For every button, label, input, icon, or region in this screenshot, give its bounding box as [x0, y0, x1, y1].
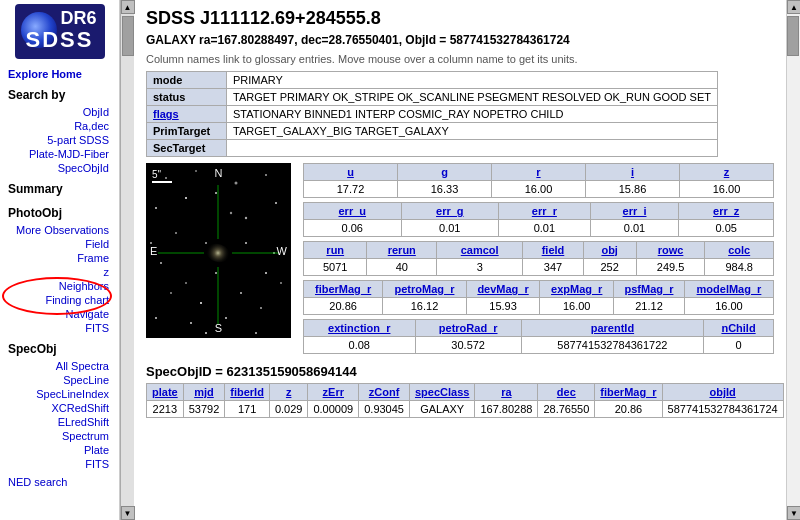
sidebar-link-plate[interactable]: Plate — [0, 443, 119, 457]
sidebar-neighbors-container: Neighbors Finding chart — [0, 279, 119, 307]
sidebar-specobj-section: SpecObj All Spectra SpecLine SpecLineInd… — [0, 337, 119, 473]
sidebar-link-fits-spec[interactable]: FITS — [0, 457, 119, 471]
run-col-rowc[interactable]: rowc — [636, 242, 705, 259]
sidebar-link-elredshift[interactable]: ELredShift — [0, 415, 119, 429]
sidebar-scrollbar[interactable]: ▲ ▼ — [120, 0, 134, 520]
spec-col-objid[interactable]: objId — [662, 384, 783, 401]
sidebar-link-frame[interactable]: Frame — [0, 251, 119, 265]
mag-col-u[interactable]: u — [304, 164, 398, 181]
info-row-sectarget: SecTarget — [147, 140, 718, 157]
extmag-col-exp[interactable]: expMag_r — [540, 281, 614, 298]
ext-col-petrorad[interactable]: petroRad_r — [415, 320, 521, 337]
sidebar-link-field[interactable]: Field — [0, 237, 119, 251]
err-col-r[interactable]: err_r — [499, 203, 591, 220]
err-col-i[interactable]: err_i — [590, 203, 679, 220]
ext-col-nchild[interactable]: nChild — [704, 320, 774, 337]
sidebar-link-ned[interactable]: NED search — [0, 475, 119, 489]
extmag-col-petro[interactable]: petroMag_r — [383, 281, 466, 298]
sidebar-link-z[interactable]: z — [0, 265, 119, 279]
scroll-up-right[interactable]: ▲ — [787, 0, 800, 14]
column-hint: Column names link to glossary entries. M… — [146, 53, 774, 65]
sky-label-east: E — [150, 245, 157, 257]
sidebar-link-spectrum[interactable]: Spectrum — [0, 429, 119, 443]
mag-col-g[interactable]: g — [398, 164, 492, 181]
sidebar-link-5part[interactable]: 5-part SDSS — [0, 133, 119, 147]
run-col-obj[interactable]: obj — [583, 242, 636, 259]
run-val-camcol: 3 — [437, 259, 523, 276]
extmag-col-model[interactable]: modelMag_r — [684, 281, 773, 298]
sky-label-south: S — [215, 322, 222, 334]
sidebar-link-xcredshift[interactable]: XCRedShift — [0, 401, 119, 415]
sky-label-west: W — [277, 245, 287, 257]
spec-col-fiberid[interactable]: fiberId — [225, 384, 270, 401]
run-col-run[interactable]: run — [304, 242, 367, 259]
spec-val-zerr: 0.00009 — [308, 401, 359, 418]
run-col-colc[interactable]: colc — [705, 242, 774, 259]
content-scrollbar[interactable]: ▲ ▼ — [786, 0, 800, 520]
ext-val-petrorad: 30.572 — [415, 337, 521, 354]
spec-col-z[interactable]: z — [269, 384, 308, 401]
sidebar-link-navigate[interactable]: Navigate — [0, 307, 119, 321]
magnitude-header-row: u g r i z — [304, 164, 774, 181]
err-col-g[interactable]: err_g — [401, 203, 499, 220]
extmag-col-dev[interactable]: devMag_r — [466, 281, 540, 298]
info-label-sectarget: SecTarget — [147, 140, 227, 157]
sidebar-explore-home[interactable]: Explore Home — [0, 67, 119, 81]
spec-val-plate: 2213 — [147, 401, 184, 418]
spec-col-specclass[interactable]: specClass — [409, 384, 474, 401]
ext-col-parentid[interactable]: parentId — [521, 320, 703, 337]
info-row-flags: flags STATIONARY BINNED1 INTERP COSMIC_R… — [147, 106, 718, 123]
sidebar-summary-section: Summary — [0, 177, 119, 201]
spec-val-specclass: GALAXY — [409, 401, 474, 418]
extmag-col-psf[interactable]: psfMag_r — [614, 281, 685, 298]
sidebar-link-specobjid[interactable]: SpecObjId — [0, 161, 119, 175]
sidebar: DR6 SDSS Explore Home Search by ObjId Ra… — [0, 0, 120, 520]
info-value-sectarget — [227, 140, 718, 157]
spec-col-zconf[interactable]: zConf — [359, 384, 410, 401]
err-col-z[interactable]: err_z — [679, 203, 774, 220]
run-value-row: 5071 40 3 347 252 249.5 984.8 — [304, 259, 774, 276]
sidebar-specobj-title: SpecObj — [0, 339, 119, 359]
info-label-flags[interactable]: flags — [147, 106, 227, 123]
mag-col-z[interactable]: z — [680, 164, 774, 181]
sidebar-link-radec[interactable]: Ra,dec — [0, 119, 119, 133]
extinction-value-row: 0.08 30.572 587741532784361722 0 — [304, 337, 774, 354]
main-content: SDSS J111112.69+284555.8 GALAXY ra=167.8… — [134, 0, 800, 520]
spec-col-fibermag[interactable]: fiberMag_r — [595, 384, 662, 401]
run-col-field[interactable]: field — [523, 242, 583, 259]
sidebar-link-all-spectra[interactable]: All Spectra — [0, 359, 119, 373]
mag-val-r: 16.00 — [492, 181, 586, 198]
mag-col-r[interactable]: r — [492, 164, 586, 181]
spec-col-dec[interactable]: dec — [538, 384, 595, 401]
sidebar-link-plate[interactable]: Plate-MJD-Fiber — [0, 147, 119, 161]
scroll-down-btn[interactable]: ▼ — [121, 506, 135, 520]
err-col-u[interactable]: err_u — [304, 203, 402, 220]
extmag-col-fiber[interactable]: fiberMag_r — [304, 281, 383, 298]
scroll-thumb[interactable] — [122, 16, 134, 56]
spec-col-plate[interactable]: plate — [147, 384, 184, 401]
scroll-up-btn[interactable]: ▲ — [121, 0, 135, 14]
sidebar-link-specline[interactable]: SpecLine — [0, 373, 119, 387]
info-row-mode: mode PRIMARY — [147, 72, 718, 89]
mag-col-i[interactable]: i — [586, 164, 680, 181]
err-val-u: 0.06 — [304, 220, 402, 237]
run-header-row: run rerun camcol field obj rowc colc — [304, 242, 774, 259]
ext-col-extinction[interactable]: extinction_r — [304, 320, 416, 337]
spec-header-row: plate mjd fiberId z zErr zConf specClass… — [147, 384, 784, 401]
spec-col-zerr[interactable]: zErr — [308, 384, 359, 401]
spec-col-ra[interactable]: ra — [475, 384, 538, 401]
sidebar-link-finding-chart[interactable]: Finding chart — [0, 293, 119, 307]
spec-val-z: 0.029 — [269, 401, 308, 418]
spec-col-mjd[interactable]: mjd — [183, 384, 225, 401]
run-col-rerun[interactable]: rerun — [367, 242, 437, 259]
extmag-val-exp: 16.00 — [540, 298, 614, 315]
sidebar-link-neighbors[interactable]: Neighbors — [0, 279, 119, 293]
sidebar-link-objid[interactable]: ObjId — [0, 105, 119, 119]
run-col-camcol[interactable]: camcol — [437, 242, 523, 259]
info-row-status: status TARGET PRIMARY OK_STRIPE OK_SCANL… — [147, 89, 718, 106]
sidebar-link-fits-photo[interactable]: FITS — [0, 321, 119, 335]
sidebar-link-more-obs[interactable]: More Observations — [0, 223, 119, 237]
scroll-down-right[interactable]: ▼ — [787, 506, 800, 520]
sidebar-link-speclineindex[interactable]: SpecLineIndex — [0, 387, 119, 401]
scroll-thumb-right[interactable] — [787, 16, 799, 56]
